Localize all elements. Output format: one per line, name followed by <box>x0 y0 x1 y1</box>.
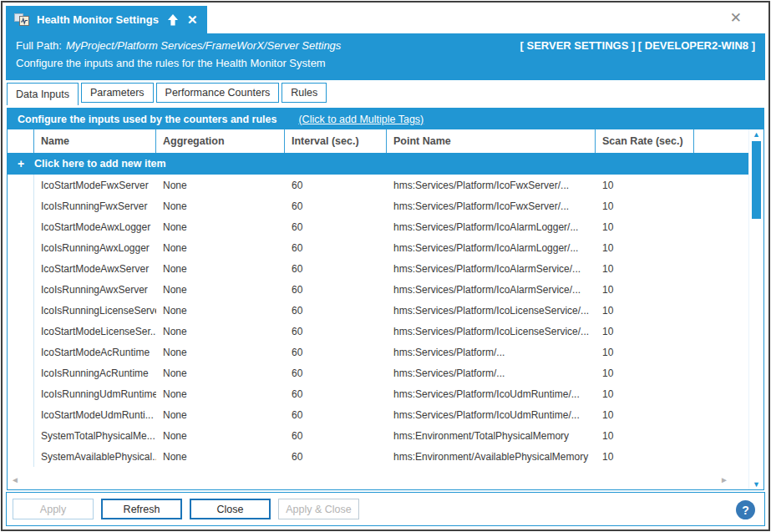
pin-icon[interactable] <box>166 13 180 27</box>
cell-name[interactable]: IcoIsRunningUdmRuntime <box>34 383 156 404</box>
cell-scan-rate[interactable]: 10 <box>596 362 694 383</box>
cell-interval[interactable]: 60 <box>285 362 387 383</box>
row-selector-cell[interactable] <box>8 237 34 258</box>
cell-interval[interactable]: 60 <box>285 216 387 237</box>
cell-interval[interactable]: 60 <box>285 321 387 342</box>
cell-scan-rate[interactable]: 10 <box>596 425 694 446</box>
column-header-aggregation[interactable]: Aggregation <box>156 129 285 153</box>
cell-name[interactable]: IcoStartModeLicenseSer... <box>34 321 156 342</box>
add-multiple-tags-link[interactable]: (Click to add Multiple Tags) <box>298 114 424 125</box>
cell-name[interactable]: IcoStartModeFwxServer <box>34 175 156 195</box>
cell-aggregation[interactable]: None <box>156 279 285 300</box>
cell-interval[interactable]: 60 <box>285 342 387 362</box>
table-row[interactable]: SystemAvailablePhysical... None 60 hms:E… <box>8 446 748 467</box>
table-row[interactable]: IcoIsRunningUdmRuntime None 60 hms:Servi… <box>8 383 748 404</box>
cell-point-name[interactable]: hms:Environment/AvailablePhysicalMemory <box>387 446 596 467</box>
cell-interval[interactable]: 60 <box>285 446 387 467</box>
close-button[interactable]: Close <box>190 499 271 519</box>
row-selector-cell[interactable] <box>8 300 34 321</box>
cell-scan-rate[interactable]: 10 <box>596 175 694 195</box>
cell-aggregation[interactable]: None <box>156 300 285 321</box>
cell-scan-rate[interactable]: 10 <box>596 237 694 258</box>
column-header-point-name[interactable]: Point Name <box>387 129 596 153</box>
table-row[interactable]: IcoStartModeLicenseSer... None 60 hms:Se… <box>8 321 748 342</box>
table-row[interactable]: IcoIsRunningLicenseServer None 60 hms:Se… <box>8 300 748 321</box>
cell-name[interactable]: IcoIsRunningFwxServer <box>34 195 156 216</box>
vertical-scrollbar[interactable]: ▲ ▼ <box>748 129 763 489</box>
cell-scan-rate[interactable]: 10 <box>596 300 694 321</box>
cell-point-name[interactable]: hms:Services/Platform/... <box>387 342 596 362</box>
column-header-scan-rate[interactable]: Scan Rate (sec.) <box>596 129 694 153</box>
cell-interval[interactable]: 60 <box>285 300 387 321</box>
cell-scan-rate[interactable]: 10 <box>596 446 694 467</box>
cell-aggregation[interactable]: None <box>156 237 285 258</box>
add-new-item-row[interactable]: + Click here to add new item <box>8 153 748 175</box>
tab-data-inputs[interactable]: Data Inputs <box>7 83 79 105</box>
cell-scan-rate[interactable]: 10 <box>596 216 694 237</box>
row-selector-cell[interactable] <box>8 362 34 383</box>
cell-scan-rate[interactable]: 10 <box>596 321 694 342</box>
cell-interval[interactable]: 60 <box>285 195 387 216</box>
cell-aggregation[interactable]: None <box>156 195 285 216</box>
row-selector-cell[interactable] <box>8 383 34 404</box>
table-row[interactable]: IcoStartModeAcRuntime None 60 hms:Servic… <box>8 342 748 362</box>
cell-interval[interactable]: 60 <box>285 425 387 446</box>
row-selector-cell[interactable] <box>8 342 34 362</box>
refresh-button[interactable]: Refresh <box>101 499 182 519</box>
row-selector-cell[interactable] <box>8 425 34 446</box>
table-row[interactable]: IcoStartModeFwxServer None 60 hms:Servic… <box>8 175 748 195</box>
tab-rules[interactable]: Rules <box>282 83 327 103</box>
cell-point-name[interactable]: hms:Services/Platform/IcoLicenseService/… <box>387 300 596 321</box>
cell-scan-rate[interactable]: 10 <box>596 383 694 404</box>
cell-aggregation[interactable]: None <box>156 404 285 425</box>
cell-name[interactable]: SystemTotalPhysicalMe... <box>34 425 156 446</box>
cell-point-name[interactable]: hms:Services/Platform/IcoFwxServer/... <box>387 195 596 216</box>
table-row[interactable]: IcoIsRunningFwxServer None 60 hms:Servic… <box>8 195 748 216</box>
cell-point-name[interactable]: hms:Services/Platform/IcoAlarmLogger/... <box>387 216 596 237</box>
cell-name[interactable]: IcoStartModeAwxLogger <box>34 216 156 237</box>
cell-scan-rate[interactable]: 10 <box>596 258 694 279</box>
column-header-interval[interactable]: Interval (sec.) <box>285 129 387 153</box>
row-selector-cell[interactable] <box>8 216 34 237</box>
cell-name[interactable]: IcoIsRunningAwxServer <box>34 279 156 300</box>
scroll-right-icon[interactable]: ► <box>720 475 728 484</box>
cell-aggregation[interactable]: None <box>156 216 285 237</box>
scroll-up-icon[interactable]: ▲ <box>749 130 763 139</box>
scroll-left-icon[interactable]: ◄ <box>11 475 19 484</box>
table-row[interactable]: IcoStartModeAwxServer None 60 hms:Servic… <box>8 258 748 279</box>
cell-scan-rate[interactable]: 10 <box>596 279 694 300</box>
row-selector-cell[interactable] <box>8 404 34 425</box>
cell-scan-rate[interactable]: 10 <box>596 342 694 362</box>
apply-close-button[interactable]: Apply & Close <box>278 499 359 519</box>
cell-name[interactable]: IcoStartModeAcRuntime <box>34 342 156 362</box>
vertical-scrollbar-thumb[interactable] <box>752 141 761 219</box>
cell-point-name[interactable]: hms:Services/Platform/IcoAlarmLogger/... <box>387 237 596 258</box>
cell-aggregation[interactable]: None <box>156 321 285 342</box>
cell-aggregation[interactable]: None <box>156 342 285 362</box>
row-selector-cell[interactable] <box>8 279 34 300</box>
title-tab[interactable]: Health Monitor Settings ✕ <box>6 6 207 33</box>
cell-aggregation[interactable]: None <box>156 425 285 446</box>
row-selector-cell[interactable] <box>8 321 34 342</box>
cell-interval[interactable]: 60 <box>285 404 387 425</box>
cell-aggregation[interactable]: None <box>156 175 285 195</box>
table-row[interactable]: IcoIsRunningAcRuntime None 60 hms:Servic… <box>8 362 748 383</box>
cell-name[interactable]: IcoIsRunningAwxLogger <box>34 237 156 258</box>
cell-scan-rate[interactable]: 10 <box>596 404 694 425</box>
row-selector-cell[interactable] <box>8 446 34 467</box>
cell-scan-rate[interactable]: 10 <box>596 195 694 216</box>
cell-interval[interactable]: 60 <box>285 258 387 279</box>
cell-aggregation[interactable]: None <box>156 258 285 279</box>
help-icon[interactable]: ? <box>736 500 755 519</box>
cell-point-name[interactable]: hms:Environment/TotalPhysicalMemory <box>387 425 596 446</box>
cell-aggregation[interactable]: None <box>156 383 285 404</box>
cell-point-name[interactable]: hms:Services/Platform/IcoAlarmService/..… <box>387 279 596 300</box>
cell-point-name[interactable]: hms:Services/Platform/IcoUdmRuntime/... <box>387 404 596 425</box>
cell-name[interactable]: IcoStartModeAwxServer <box>34 258 156 279</box>
cell-aggregation[interactable]: None <box>156 446 285 467</box>
table-row[interactable]: IcoStartModeUdmRunti... None 60 hms:Serv… <box>8 404 748 425</box>
cell-name[interactable]: SystemAvailablePhysical... <box>34 446 156 467</box>
table-row[interactable]: IcoIsRunningAwxLogger None 60 hms:Servic… <box>8 237 748 258</box>
cell-interval[interactable]: 60 <box>285 237 387 258</box>
cell-interval[interactable]: 60 <box>285 279 387 300</box>
